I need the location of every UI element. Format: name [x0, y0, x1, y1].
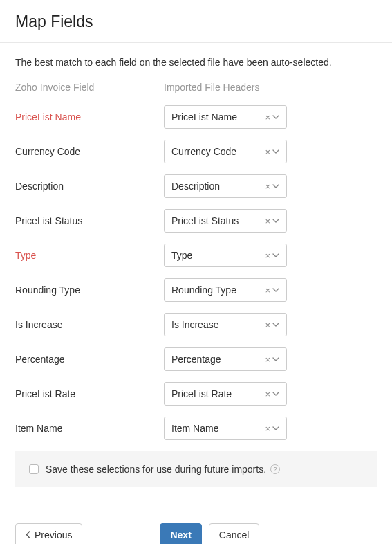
save-selections-row: Save these selections for use during fut…: [29, 464, 363, 475]
col-header-right: Imported File Headers: [164, 82, 377, 93]
dropdown-value: Currency Code: [171, 146, 265, 157]
clear-icon[interactable]: ×: [265, 355, 270, 364]
fields-list: PriceList NamePriceList Name×Currency Co…: [15, 105, 377, 440]
chevron-down-icon: [272, 148, 279, 155]
field-label: Currency Code: [15, 146, 164, 157]
save-selections-checkbox[interactable]: [29, 464, 39, 474]
chevron-left-icon: [26, 529, 30, 541]
field-label: Is Increase: [15, 319, 164, 330]
dropdown-value: PriceList Name: [171, 111, 265, 123]
header-dropdown[interactable]: PriceList Name×: [164, 105, 287, 129]
clear-icon[interactable]: ×: [265, 217, 270, 226]
clear-icon[interactable]: ×: [265, 147, 270, 156]
clear-icon[interactable]: ×: [265, 182, 270, 191]
save-selections-label: Save these selections for use during fut…: [46, 464, 280, 475]
chevron-down-icon: [272, 114, 279, 120]
header-dropdown[interactable]: PriceList Rate×: [164, 382, 287, 406]
field-row: Currency CodeCurrency Code×: [15, 140, 377, 163]
chevron-down-icon: [272, 356, 279, 363]
field-label: Description: [15, 181, 164, 192]
field-row: Rounding TypeRounding Type×: [15, 278, 377, 302]
chevron-down-icon: [272, 183, 279, 190]
previous-button[interactable]: Previous: [15, 523, 82, 544]
chevron-down-icon: [272, 287, 279, 293]
clear-icon[interactable]: ×: [265, 424, 270, 433]
chevron-down-icon: [272, 321, 279, 328]
field-row: DescriptionDescription×: [15, 174, 377, 198]
columns-header: Zoho Invoice Field Imported File Headers: [15, 82, 377, 93]
page-header: Map Fields: [0, 0, 392, 43]
header-dropdown[interactable]: Percentage×: [164, 347, 287, 371]
dropdown-value: PriceList Status: [171, 215, 265, 226]
save-selections-section: Save these selections for use during fut…: [15, 451, 377, 487]
col-header-left: Zoho Invoice Field: [15, 82, 164, 93]
clear-icon[interactable]: ×: [265, 390, 270, 399]
field-row: TypeType×: [15, 244, 377, 267]
header-dropdown[interactable]: Type×: [164, 244, 287, 267]
clear-icon[interactable]: ×: [265, 320, 270, 329]
dropdown-value: Percentage: [171, 354, 265, 365]
field-row: PercentagePercentage×: [15, 347, 377, 371]
field-label: Item Name: [15, 423, 164, 434]
field-row: Item NameItem Name×: [15, 417, 377, 440]
field-row: PriceList RatePriceList Rate×: [15, 382, 377, 406]
chevron-down-icon: [272, 425, 279, 432]
next-button[interactable]: Next: [160, 523, 201, 544]
chevron-down-icon: [272, 217, 279, 224]
dropdown-value: Type: [171, 250, 265, 261]
field-label: Rounding Type: [15, 284, 164, 296]
cancel-button[interactable]: Cancel: [209, 523, 260, 544]
intro-text: The best match to each field on the sele…: [15, 57, 377, 68]
header-dropdown[interactable]: Rounding Type×: [164, 278, 287, 302]
dropdown-value: PriceList Rate: [171, 388, 265, 399]
content-area: The best match to each field on the sele…: [0, 43, 392, 502]
chevron-down-icon: [272, 390, 279, 397]
header-dropdown[interactable]: Description×: [164, 174, 287, 198]
field-label: PriceList Name: [15, 111, 164, 123]
clear-icon[interactable]: ×: [265, 251, 270, 260]
field-row: Is IncreaseIs Increase×: [15, 313, 377, 336]
dropdown-value: Description: [171, 181, 265, 192]
header-dropdown[interactable]: PriceList Status×: [164, 209, 287, 233]
dropdown-value: Item Name: [171, 423, 265, 434]
clear-icon[interactable]: ×: [265, 113, 270, 122]
header-dropdown[interactable]: Currency Code×: [164, 140, 287, 163]
clear-icon[interactable]: ×: [265, 286, 270, 295]
page-title: Map Fields: [15, 12, 377, 31]
footer: Previous Next Cancel: [0, 502, 392, 544]
header-dropdown[interactable]: Is Increase×: [164, 313, 287, 336]
dropdown-value: Rounding Type: [171, 284, 265, 296]
field-row: PriceList NamePriceList Name×: [15, 105, 377, 129]
field-label: Percentage: [15, 354, 164, 365]
help-icon[interactable]: ?: [270, 464, 280, 474]
chevron-down-icon: [272, 252, 279, 259]
field-label: Type: [15, 250, 164, 261]
header-dropdown[interactable]: Item Name×: [164, 417, 287, 440]
dropdown-value: Is Increase: [171, 319, 265, 330]
field-label: PriceList Status: [15, 215, 164, 226]
field-label: PriceList Rate: [15, 388, 164, 399]
field-row: PriceList StatusPriceList Status×: [15, 209, 377, 233]
